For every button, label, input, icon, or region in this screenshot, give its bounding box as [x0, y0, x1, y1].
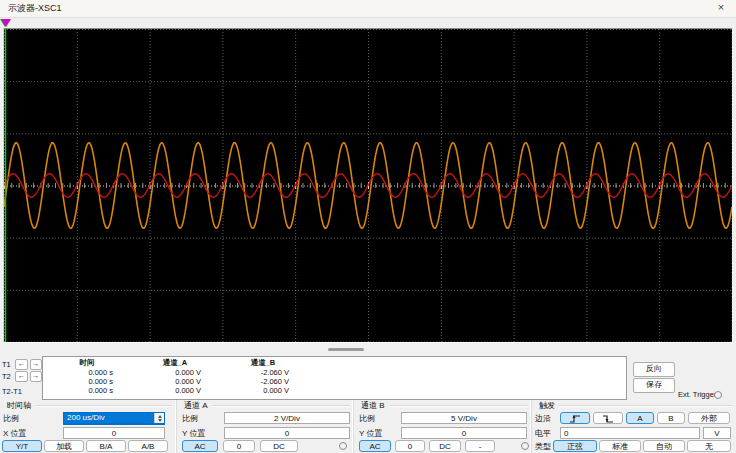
close-icon[interactable]: × — [714, 1, 728, 13]
channel-b-dc-button[interactable]: DC — [429, 440, 461, 452]
trigger-type-single-button[interactable]: 正弦 — [553, 440, 597, 452]
t2-cursor-handle-icon[interactable] — [1, 19, 11, 27]
window-title: 示波器-XSC1 — [0, 2, 62, 15]
timebase-xpos-label: X 位置 — [3, 428, 63, 439]
spinner-down-icon[interactable] — [158, 419, 162, 422]
t2-channel-a-value: 0.000 V — [131, 377, 219, 386]
oscilloscope-window: 示波器-XSC1 × T1 ← → T2 ← → T2-T1 — [0, 0, 736, 453]
dt-time-value: 0.000 s — [43, 386, 131, 395]
trigger-source-a-button[interactable]: A — [626, 412, 654, 424]
title-bar: 示波器-XSC1 × — [0, 0, 736, 18]
dt-channel-b-value: 0.000 V — [219, 386, 307, 395]
timebase-section: 时间轴 比例 200 us/Div X 位置 0 Y/T 加载 B/A A/B — [0, 400, 176, 453]
right-arrow-icon: → — [32, 372, 39, 379]
trigger-type-none-button[interactable]: 无 — [687, 440, 731, 452]
col-header-time: 时间 — [43, 358, 131, 368]
trigger-title: 触发 — [539, 400, 555, 411]
channel-b-scale-label: 比例 — [359, 413, 401, 424]
trigger-level-unit: V — [703, 427, 731, 439]
cursor-controls: T1 ← → T2 ← → T2-T1 — [2, 358, 42, 397]
channel-a-section: 通道 A 比例 2 V/Div Y 位置 0 AC 0 DC — [176, 400, 354, 453]
channel-a-scale-input[interactable]: 2 V/Div — [224, 412, 350, 424]
ext-trigger-label: Ext. Trigger — [678, 390, 716, 399]
trigger-falling-edge-button[interactable] — [593, 412, 623, 424]
spinner-up-icon[interactable] — [158, 415, 162, 418]
trigger-type-auto-button[interactable]: 自动 — [643, 440, 685, 452]
t1-time-value: 0.000 s — [43, 368, 131, 377]
channel-b-terminal — [521, 442, 529, 450]
dt-channel-a-value: 0.000 V — [131, 386, 219, 395]
channel-b-ac-button[interactable]: AC — [359, 440, 391, 452]
col-header-channel-b: 通道_B — [219, 358, 307, 368]
trigger-type-normal-button[interactable]: 标准 — [599, 440, 641, 452]
timebase-scale-spinner[interactable] — [154, 413, 164, 423]
save-button[interactable]: 保存 — [633, 378, 675, 393]
control-panels: 时间轴 比例 200 us/Div X 位置 0 Y/T 加载 B/A A/B … — [0, 400, 736, 453]
timebase-xpos-input[interactable]: 0 — [63, 427, 165, 439]
t1-channel-a-value: 0.000 V — [131, 368, 219, 377]
trigger-source-b-button[interactable]: B — [657, 412, 685, 424]
channel-b-ypos-input[interactable]: 0 — [401, 427, 527, 439]
col-header-channel-a: 通道_A — [131, 358, 219, 368]
scope-canvas — [4, 29, 732, 342]
readout-panel: T1 ← → T2 ← → T2-T1 时间 通道_A 通道_B 0.000 s… — [0, 356, 736, 400]
left-arrow-icon: ← — [18, 360, 25, 367]
right-arrow-icon: → — [32, 360, 39, 367]
channel-b-scale-input[interactable]: 5 V/Div — [401, 412, 527, 424]
channel-a-ypos-input[interactable]: 0 — [224, 427, 350, 439]
trigger-source-ext-button[interactable]: 外部 — [688, 412, 730, 424]
timebase-scale-label: 比例 — [3, 413, 63, 424]
t1-label: T1 — [2, 360, 13, 369]
reverse-button[interactable]: 反向 — [633, 362, 675, 377]
trigger-type-label: 类型 — [535, 441, 551, 452]
t1-channel-b-value: -2.060 V — [219, 368, 307, 377]
t2-channel-b-value: -2.060 V — [219, 377, 307, 386]
trigger-section: 触发 边沿 A B 外部 — [531, 400, 736, 453]
channel-b-title: 通道 B — [361, 400, 385, 411]
scope-display — [4, 28, 732, 342]
left-arrow-icon: ← — [18, 372, 25, 379]
measurement-table: 时间 通道_A 通道_B 0.000 s 0.000 V -2.060 V 0.… — [42, 356, 627, 400]
t1-right-button[interactable]: → — [30, 359, 42, 370]
cursor-handle-strip — [0, 18, 736, 28]
scope-horizontal-scrollbar[interactable] — [0, 344, 736, 354]
timebase-add-button[interactable]: 加载 — [44, 440, 84, 452]
trigger-level-label: 电平 — [535, 428, 557, 439]
trace-channel_a — [4, 174, 732, 197]
channel-a-ac-button[interactable]: AC — [182, 440, 218, 452]
channel-b-section: 通道 B 比例 5 V/Div Y 位置 0 AC 0 DC - — [353, 400, 532, 453]
channel-a-title: 通道 A — [184, 400, 208, 411]
timebase-ab-button[interactable]: A/B — [128, 440, 168, 452]
t2-t1-label: T2-T1 — [2, 387, 32, 396]
t2-right-button[interactable]: → — [30, 371, 42, 382]
t2-label: T2 — [2, 372, 13, 381]
timebase-scale-value: 200 us/Div — [64, 413, 154, 423]
ext-trigger-terminal — [714, 391, 722, 399]
scrollbar-thumb[interactable] — [328, 348, 364, 351]
falling-edge-icon — [602, 414, 614, 423]
t2-time-value: 0.000 s — [43, 377, 131, 386]
timebase-yt-button[interactable]: Y/T — [2, 440, 42, 452]
channel-a-dc-button[interactable]: DC — [260, 440, 298, 452]
timebase-scale-input[interactable]: 200 us/Div — [63, 412, 165, 425]
channel-b-zero-button[interactable]: 0 — [395, 440, 425, 452]
channel-a-ypos-label: Y 位置 — [182, 428, 224, 439]
channel-b-neg-button[interactable]: - — [465, 440, 495, 452]
rising-edge-icon — [569, 414, 581, 423]
channel-a-terminal — [339, 442, 347, 450]
trigger-level-input[interactable]: 0 — [560, 427, 700, 439]
channel-a-scale-label: 比例 — [182, 413, 224, 424]
timebase-ba-button[interactable]: B/A — [86, 440, 126, 452]
timebase-title: 时间轴 — [7, 400, 31, 411]
trigger-edge-label: 边沿 — [535, 413, 557, 424]
trigger-rising-edge-button[interactable] — [560, 412, 590, 424]
channel-a-zero-button[interactable]: 0 — [223, 440, 255, 452]
t2-left-button[interactable]: ← — [15, 371, 27, 382]
channel-b-ypos-label: Y 位置 — [359, 428, 401, 439]
t1-left-button[interactable]: ← — [15, 359, 27, 370]
